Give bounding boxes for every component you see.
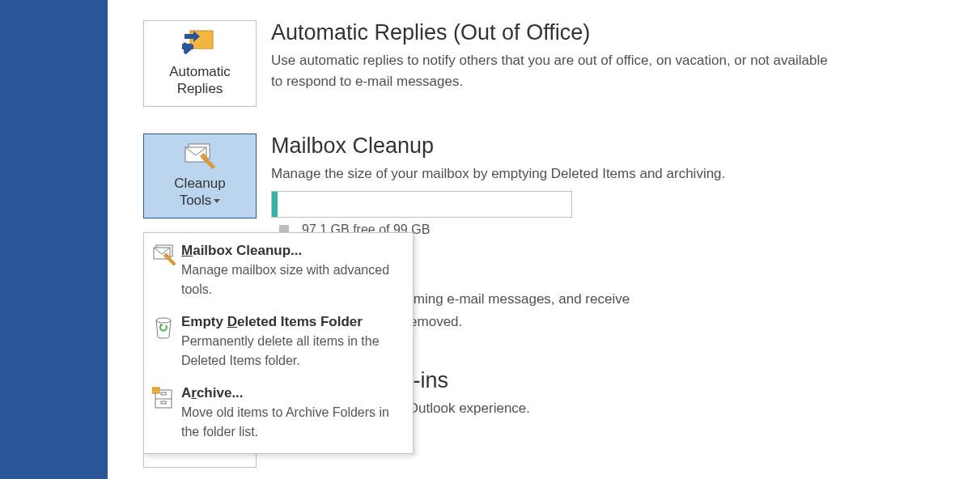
- menu-empty-deleted-title: Empty Deleted Items Folder: [181, 314, 401, 330]
- svg-point-9: [156, 318, 171, 323]
- addins-tile-border-fragment: [143, 451, 257, 468]
- mailbox-cleanup-title: Mailbox Cleanup: [271, 134, 956, 159]
- cleanup-tools-icon: [182, 142, 218, 170]
- menu-empty-deleted-desc: Permanently delete all items in the Dele…: [181, 332, 401, 371]
- automatic-replies-title: Automatic Replies (Out of Office): [271, 20, 956, 45]
- cleanup-tools-label: Cleanup Tools: [174, 175, 225, 210]
- section-automatic-replies: Automatic Replies Automatic Replies (Out…: [143, 20, 956, 107]
- cleanup-tools-dropdown: Mailbox Cleanup... Manage mailbox size w…: [143, 232, 414, 454]
- automatic-replies-label: Automatic Replies: [169, 63, 231, 98]
- archive-icon: [152, 387, 178, 414]
- section-mailbox-cleanup: Cleanup Tools Mailbox Cleanup Manage the…: [143, 134, 956, 237]
- menu-empty-deleted-items[interactable]: Empty Deleted Items Folder Permanently d…: [144, 307, 413, 379]
- backstage-sidebar: [0, 0, 108, 479]
- menu-archive-title: Archive...: [181, 385, 401, 401]
- menu-archive[interactable]: Archive... Move old items to Archive Fol…: [144, 379, 413, 450]
- mailbox-cleanup-desc: Manage the size of your mailbox by empty…: [271, 163, 838, 184]
- menu-mailbox-cleanup[interactable]: Mailbox Cleanup... Manage mailbox size w…: [144, 236, 413, 307]
- mailbox-cleanup-icon: [152, 244, 178, 270]
- menu-mailbox-cleanup-title: Mailbox Cleanup...: [181, 243, 401, 259]
- cleanup-tools-button[interactable]: Cleanup Tools: [143, 134, 257, 218]
- menu-mailbox-cleanup-desc: Manage mailbox size with advanced tools.: [181, 261, 401, 299]
- mailbox-quota-fill: [272, 192, 278, 217]
- recycle-bin-icon: [152, 316, 178, 343]
- mailbox-quota-bar: [271, 191, 572, 218]
- automatic-replies-button[interactable]: Automatic Replies: [143, 20, 257, 107]
- automatic-replies-icon: [182, 29, 218, 58]
- automatic-replies-desc: Use automatic replies to notify others t…: [271, 50, 838, 91]
- chevron-down-icon: [214, 199, 220, 203]
- menu-archive-desc: Move old items to Archive Folders in the…: [181, 403, 401, 442]
